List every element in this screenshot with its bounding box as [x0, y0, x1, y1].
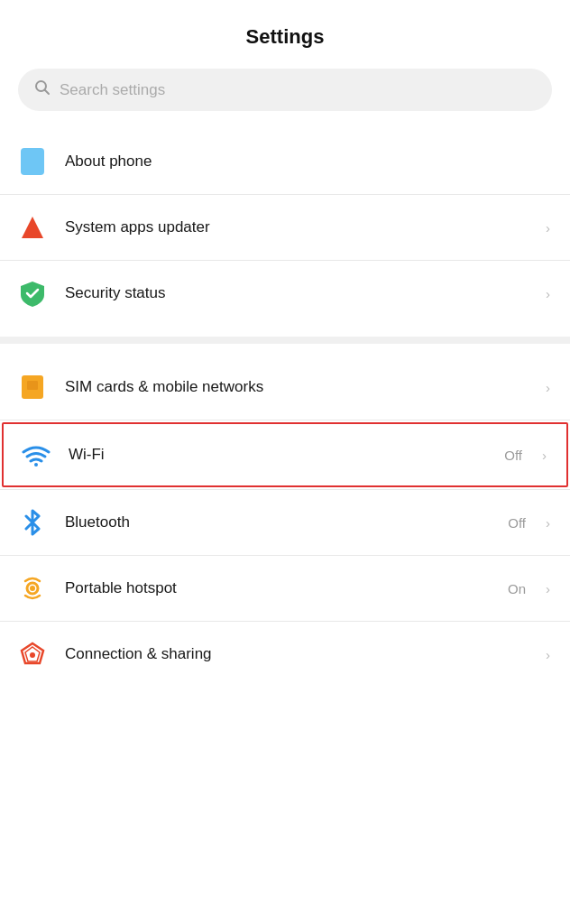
settings-item-sim-cards[interactable]: SIM cards & mobile networks › [0, 356, 570, 418]
wifi-icon [20, 439, 52, 471]
svg-point-10 [30, 652, 35, 658]
divider-5 [0, 555, 570, 556]
section-2: SIM cards & mobile networks › Wi-Fi Off … [0, 353, 570, 688]
settings-item-connection-sharing[interactable]: Connection & sharing › [0, 624, 570, 685]
settings-item-wifi[interactable]: Wi-Fi Off › [2, 422, 568, 487]
settings-item-security-status[interactable]: Security status › [0, 263, 570, 324]
divider-4 [0, 489, 570, 490]
sim-icon [16, 371, 49, 403]
chevron-wifi: › [542, 448, 547, 463]
search-icon [34, 79, 51, 100]
hotspot-icon [16, 572, 49, 605]
settings-item-system-apps-updater[interactable]: System apps updater › [0, 197, 570, 258]
phone-icon [16, 145, 49, 178]
search-placeholder: Search settings [60, 81, 165, 99]
chevron-sim: › [546, 380, 550, 395]
divider-section [0, 337, 570, 344]
wifi-label: Wi-Fi [69, 446, 488, 464]
page-title: Settings [0, 0, 570, 65]
search-bar[interactable]: Search settings [18, 69, 552, 111]
connection-icon [16, 638, 49, 670]
bluetooth-label: Bluetooth [65, 513, 492, 531]
svg-point-5 [34, 463, 38, 467]
chevron-security: › [546, 286, 550, 301]
arrow-up-icon [16, 211, 49, 244]
svg-rect-4 [27, 381, 38, 390]
svg-line-1 [45, 90, 50, 95]
bluetooth-icon [16, 506, 49, 539]
connection-sharing-label: Connection & sharing [65, 645, 529, 663]
section-1: About phone System apps updater › Securi… [0, 127, 570, 328]
settings-item-about-phone[interactable]: About phone [0, 131, 570, 192]
settings-item-portable-hotspot[interactable]: Portable hotspot On › [0, 558, 570, 619]
hotspot-status: On [508, 581, 526, 596]
divider-3 [0, 420, 570, 420]
chevron-hotspot: › [546, 581, 550, 596]
svg-marker-2 [22, 217, 43, 238]
divider-6 [0, 621, 570, 622]
system-apps-updater-label: System apps updater [65, 218, 529, 236]
settings-item-bluetooth[interactable]: Bluetooth Off › [0, 492, 570, 553]
search-bar-container: Search settings [0, 65, 570, 127]
portable-hotspot-label: Portable hotspot [65, 579, 492, 597]
sim-cards-label: SIM cards & mobile networks [65, 378, 529, 396]
about-phone-label: About phone [65, 152, 550, 171]
shield-icon [16, 277, 49, 310]
chevron-system-apps: › [546, 220, 550, 236]
divider-2 [0, 260, 570, 261]
divider-1 [0, 194, 570, 195]
chevron-connection: › [546, 647, 550, 662]
svg-point-7 [30, 586, 35, 591]
chevron-bluetooth: › [546, 515, 550, 531]
security-status-label: Security status [65, 284, 529, 302]
bluetooth-status: Off [508, 515, 526, 531]
wifi-status: Off [504, 448, 522, 463]
